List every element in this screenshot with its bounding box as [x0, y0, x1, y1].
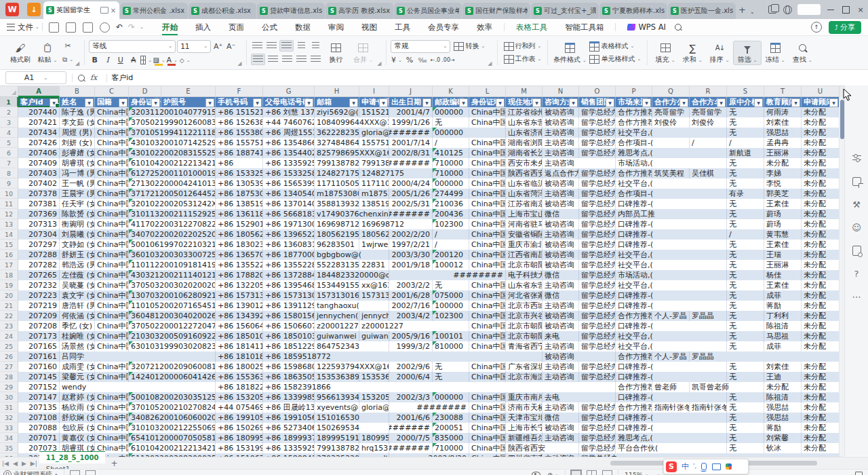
cell-O12[interactable]: 留学总经办 — [579, 209, 616, 219]
cell-U17[interactable]: 未分配 — [802, 260, 840, 270]
cell-G22[interactable]: +86 1580156591 — [263, 311, 315, 321]
filter-dropdown-icon[interactable]: ▼ — [532, 98, 541, 107]
cell-F15[interactable]: +86 18302388 — [216, 240, 263, 250]
cell-P25[interactable]: 社交平台,( — [616, 341, 727, 352]
cell-H22[interactable]: jennychen( — [315, 311, 359, 321]
cell-J12[interactable]: ######## — [389, 209, 433, 219]
field-header-I[interactable]: 申请专用▼ — [359, 97, 389, 107]
font-color-button[interactable]: A⌄ — [166, 55, 178, 66]
cell-U27[interactable]: 未分配 — [802, 362, 840, 372]
cell-L14[interactable]: China中国 — [469, 229, 506, 240]
cell-H2[interactable]: ziyi5692@( — [315, 107, 359, 117]
cell-L15[interactable]: China中国 — [469, 240, 506, 250]
sum-button[interactable]: ∑ 求和⌄ — [679, 41, 706, 64]
cell-B20[interactable]: 袁文宇 (女 — [60, 290, 95, 301]
cell-T24[interactable]: 马思祖 — [764, 331, 802, 341]
cell-I23[interactable]: z20001227 — [359, 321, 469, 331]
cell-J27[interactable]: 2002/9/6 — [389, 362, 433, 372]
cell-D10[interactable]: 371721200501264452 — [129, 189, 216, 199]
sort-button[interactable]: A↓ 排序⌄ — [706, 41, 733, 64]
cell-L25[interactable]: China中国 — [469, 341, 506, 352]
cell-R8[interactable]: 吴佳棋 — [690, 168, 727, 178]
cell-I8[interactable]: 124827175 — [359, 168, 433, 178]
cell-D6[interactable]: 430102200208315525 — [129, 148, 216, 158]
mic-icon[interactable] — [701, 463, 707, 470]
cell-G12[interactable]: +86 56681836 — [263, 209, 315, 219]
cell-H32[interactable]: 151016530 — [315, 413, 389, 423]
cell-N12[interactable]: 微信 — [542, 209, 579, 219]
cell-L9[interactable]: China中国 — [469, 178, 506, 189]
row-header-11[interactable]: 11 — [0, 199, 18, 209]
cell-T25[interactable]: 成菲 — [764, 341, 802, 352]
cell-P21[interactable]: 口碑推荐-( — [616, 301, 727, 311]
cell-U18[interactable]: 未分配 — [802, 270, 840, 280]
cell-C7[interactable]: China中国 — [95, 158, 129, 168]
cell-G31[interactable]: +86 田晟岭1395( — [263, 402, 315, 413]
cell-J19[interactable]: 2003/2/2 — [389, 280, 433, 290]
cell-U7[interactable]: 未分配 — [802, 158, 840, 168]
cell-Q8[interactable]: 筑笑美程 — [652, 168, 690, 178]
cell-P20[interactable]: 口碑推荐-( — [616, 290, 727, 301]
cell-C3[interactable]: China中国 — [95, 117, 129, 128]
cell-K16[interactable]: 200120 — [433, 250, 469, 260]
save-icon[interactable] — [49, 22, 59, 33]
cell-G34[interactable]: +86 1899937166 — [263, 433, 315, 443]
cell-B26[interactable]: 吕同学 — [60, 352, 216, 362]
cell-F35[interactable]: +86 15319918 — [216, 443, 263, 453]
cell-I13[interactable]: 169698712 — [359, 219, 433, 229]
cell-D27[interactable]: 320721200209060081 — [129, 362, 216, 372]
cell-D3[interactable]: 370502199901260083 — [129, 117, 216, 128]
cell-F11[interactable]: +86 13851932 — [216, 199, 263, 209]
cell-O2[interactable]: 留学总经办 — [579, 107, 616, 117]
cell-N24[interactable]: 来电 — [542, 331, 579, 341]
ime-grid-icon[interactable] — [726, 463, 732, 470]
increase-decimal-button[interactable]: ←.0 — [429, 55, 441, 66]
cell-G4[interactable]: +86 周煜155380 — [263, 128, 315, 138]
cell-L33[interactable]: China中国 — [469, 423, 506, 433]
cell-D28[interactable]: 142401200006041426 — [129, 372, 216, 382]
cell-M32[interactable]: 天津市宝坻 — [506, 413, 542, 423]
cell-H28[interactable]: 153536389 — [315, 372, 359, 382]
cell-K21[interactable]: 100000 — [433, 301, 469, 311]
cell-L8[interactable]: China中国 — [469, 168, 506, 178]
cell-T14[interactable]: 黄韦慧 — [764, 229, 802, 240]
cell-P27[interactable]: 口碑推荐-( — [616, 362, 727, 372]
row-header-5[interactable]: 5 — [0, 138, 18, 148]
cell-O25[interactable]: 留学总经办 — [579, 341, 616, 352]
cell-G33[interactable]: +86 52734062 — [263, 423, 315, 433]
cell-O21[interactable]: 留学总经办 — [579, 301, 616, 311]
menu-数据[interactable]: 数据 — [286, 19, 319, 35]
cell-B27[interactable]: 成雨雯 (女 — [60, 362, 95, 372]
cell-N19[interactable]: 主动咨询 — [542, 280, 579, 290]
cell-F16[interactable]: +86 13657006 — [216, 250, 263, 260]
cell-B30[interactable]: 赵君婷 (女 — [60, 392, 95, 402]
indent-increase-button[interactable] — [309, 41, 322, 51]
cell-O20[interactable]: 留学总经办 — [579, 290, 616, 301]
cell-L2[interactable]: China中国 — [469, 107, 506, 117]
wps-logo-icon[interactable]: W — [5, 3, 19, 16]
cell-U23[interactable]: 未分配 — [802, 321, 840, 331]
cell-B21[interactable]: 唐浩轩 (男 — [60, 301, 95, 311]
cell-C17[interactable]: China中国 — [95, 260, 129, 270]
field-header-M[interactable]: 现住地址▼ — [506, 97, 542, 107]
cell-T9[interactable]: 李悦 — [764, 178, 802, 189]
number-format-select[interactable]: 常规⌄ — [391, 40, 450, 53]
cell-K19[interactable]: 无 — [433, 280, 469, 290]
cell-B23[interactable]: 季忆 (女) — [60, 321, 95, 331]
document-tab[interactable]: S高学历 教授.xlsx — [326, 3, 393, 19]
cell-N8[interactable]: 返点合作方 — [542, 168, 579, 178]
cell-R5[interactable]: / — [690, 138, 727, 148]
cell-A31[interactable]: 207135 — [18, 402, 60, 413]
tab-list-chevron-icon[interactable]: ⌄ — [750, 9, 755, 15]
cell-K22[interactable]: 102300 — [433, 311, 469, 321]
align-left-button[interactable] — [251, 54, 265, 65]
cell-D16[interactable]: 360103200303300725 — [129, 250, 216, 260]
cell-C6[interactable]: China中国 — [95, 148, 129, 158]
cell-J17[interactable]: 2001/9/18 — [389, 260, 433, 270]
cell-S35[interactable]: 无 — [727, 443, 764, 453]
filter-dropdown-icon[interactable]: ▼ — [349, 98, 358, 107]
row-header-1[interactable]: 1 — [0, 97, 18, 107]
cell-N5[interactable]: 主动咨询 — [542, 138, 579, 148]
field-header-S[interactable]: 原中介机▼ — [727, 97, 764, 107]
row-header-7[interactable]: 7 — [0, 158, 18, 168]
